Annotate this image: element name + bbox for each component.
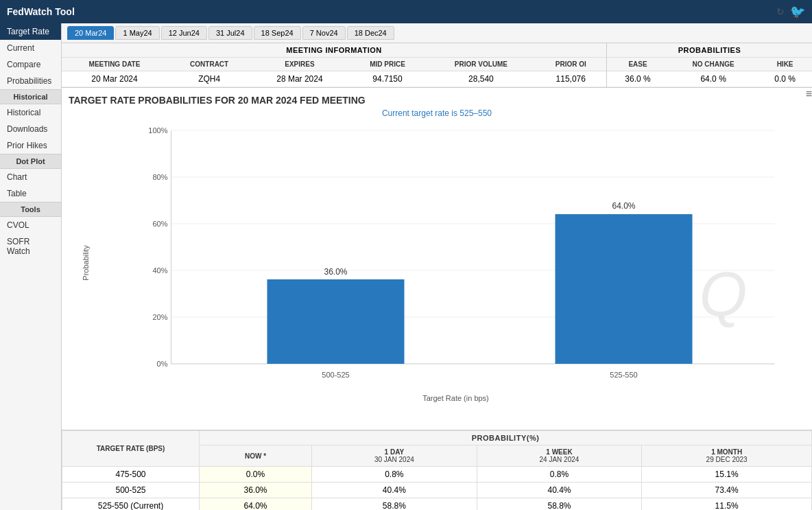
chart-subtitle: Current target rate is 525–550 <box>69 108 805 118</box>
now-500-525: 36.0% <box>200 483 312 498</box>
now-525-550: 64.0% <box>200 498 312 511</box>
col-now: NOW * <box>200 445 312 467</box>
sidebar-item-target-rate[interactable]: Target Rate <box>0 23 61 40</box>
table-row: 475-500 0.0% 0.8% 0.8% 15.1% <box>62 467 812 483</box>
now-475-500: 0.0% <box>200 467 312 483</box>
svg-text:80%: 80% <box>152 173 167 181</box>
sidebar-item-table[interactable]: Table <box>0 185 61 202</box>
app-header: FedWatch Tool ↻ 🐦 <box>0 0 812 23</box>
sidebar-item-current[interactable]: Current <box>0 40 61 56</box>
main-content: 20 Mar24 1 May24 12 Jun24 31 Jul24 18 Se… <box>62 23 812 510</box>
col-1day: 1 DAY30 JAN 2024 <box>312 445 477 467</box>
twitter-icon[interactable]: 🐦 <box>790 4 805 19</box>
svg-text:40%: 40% <box>152 266 167 275</box>
sidebar-item-prior-hikes[interactable]: Prior Hikes <box>0 137 61 154</box>
sidebar-tools-header: Tools <box>0 202 61 217</box>
meeting-info-row: 20 Mar 2024 ZQH4 28 Mar 2024 94.7150 28,… <box>62 71 606 87</box>
1week-500-525: 40.4% <box>477 483 642 498</box>
col-no-change: NO CHANGE <box>669 58 758 71</box>
svg-text:64.0%: 64.0% <box>612 201 635 211</box>
1day-525-550: 58.8% <box>312 498 477 511</box>
col-1week: 1 WEEK24 JAN 2024 <box>477 445 642 467</box>
reload-icon[interactable]: ↻ <box>776 6 785 17</box>
info-section: MEETING INFORMATION MEETING DATE CONTRAC… <box>62 43 812 88</box>
svg-text:500-525: 500-525 <box>322 371 349 379</box>
contract-cell: ZQH4 <box>167 71 251 87</box>
svg-text:525-550: 525-550 <box>610 371 637 379</box>
prior-volume-cell: 28,540 <box>427 71 535 87</box>
no-change-cell: 64.0 % <box>669 71 758 87</box>
col-prior-oi: PRIOR OI <box>535 58 606 71</box>
svg-text:100%: 100% <box>148 126 167 135</box>
probabilities-box: PROBABILITIES EASE NO CHANGE HIKE 36.0 %… <box>606 43 812 87</box>
sidebar-item-probabilities[interactable]: Probabilities <box>0 73 61 89</box>
prob-table-section: TARGET RATE (BPS) PROBABILITY(%) NOW * 1… <box>62 430 812 510</box>
svg-text:20%: 20% <box>152 313 167 321</box>
chart-menu-icon[interactable]: ≡ <box>806 88 812 100</box>
probabilities-title: PROBABILITIES <box>607 43 812 58</box>
1week-475-500: 0.8% <box>477 467 642 483</box>
1week-525-550: 58.8% <box>477 498 642 511</box>
1day-475-500: 0.8% <box>312 467 477 483</box>
sidebar-item-downloads[interactable]: Downloads <box>0 121 61 137</box>
sidebar: Target Rate Current Compare Probabilitie… <box>0 23 62 510</box>
sidebar-item-cvol[interactable]: CVOL <box>0 217 61 233</box>
prob-section-header: PROBABILITY(%) <box>200 431 812 445</box>
svg-text:0%: 0% <box>157 360 168 368</box>
meeting-info: MEETING INFORMATION MEETING DATE CONTRAC… <box>62 43 606 87</box>
tab-18dec24[interactable]: 18 Dec24 <box>347 26 394 40</box>
meeting-info-title: MEETING INFORMATION <box>62 43 606 58</box>
col-meeting-date: MEETING DATE <box>62 58 167 71</box>
svg-text:36.0%: 36.0% <box>324 267 347 277</box>
probability-table: TARGET RATE (BPS) PROBABILITY(%) NOW * 1… <box>62 430 812 510</box>
1month-475-500: 15.1% <box>642 467 812 483</box>
probability-chart: 0% 20% 40% 60% 80% 100% 36.0% 500-525 64… <box>106 124 805 391</box>
col-prior-volume: PRIOR VOLUME <box>427 58 535 71</box>
meeting-date-cell: 20 Mar 2024 <box>62 71 167 87</box>
rate-525-550: 525-550 (Current) <box>62 498 200 511</box>
tab-31jul24[interactable]: 31 Jul24 <box>208 26 252 40</box>
1month-525-550: 11.5% <box>642 498 812 511</box>
svg-text:Q: Q <box>700 260 748 329</box>
col-ease: EASE <box>607 58 669 71</box>
1day-500-525: 40.4% <box>312 483 477 498</box>
sidebar-dot-plot-header: Dot Plot <box>0 154 61 169</box>
col-contract: CONTRACT <box>167 58 251 71</box>
sidebar-item-historical[interactable]: Historical <box>0 104 61 121</box>
tab-bar: 20 Mar24 1 May24 12 Jun24 31 Jul24 18 Se… <box>62 23 812 43</box>
rate-500-525: 500-525 <box>62 483 200 498</box>
col-hike: HIKE <box>758 58 812 71</box>
col-1month: 1 MONTH29 DEC 2023 <box>642 445 812 467</box>
1month-500-525: 73.4% <box>642 483 812 498</box>
meeting-info-table: MEETING DATE CONTRACT EXPIRES MID PRICE … <box>62 58 606 87</box>
col-expires: EXPIRES <box>251 58 348 71</box>
tab-20mar24[interactable]: 20 Mar24 <box>67 26 114 40</box>
probabilities-table: EASE NO CHANGE HIKE 36.0 % 64.0 % 0.0 % <box>607 58 812 87</box>
sidebar-item-chart[interactable]: Chart <box>0 169 61 185</box>
tab-18sep24[interactable]: 18 Sep24 <box>254 26 301 40</box>
svg-text:60%: 60% <box>152 220 167 228</box>
y-axis-label: Probability <box>82 245 90 280</box>
x-axis-label: Target Rate (in bps) <box>106 394 805 402</box>
rate-475-500: 475-500 <box>62 467 200 483</box>
tab-7nov24[interactable]: 7 Nov24 <box>302 26 346 40</box>
tab-12jun24[interactable]: 12 Jun24 <box>161 26 207 40</box>
bar-525-550 <box>556 214 693 364</box>
col-mid-price: MID PRICE <box>348 58 427 71</box>
bar-500-525 <box>267 279 405 364</box>
sidebar-item-sofr-watch[interactable]: SOFR Watch <box>0 233 61 259</box>
expires-cell: 28 Mar 2024 <box>251 71 348 87</box>
prior-oi-cell: 115,076 <box>535 71 606 87</box>
hike-cell: 0.0 % <box>758 71 812 87</box>
ease-cell: 36.0 % <box>607 71 669 87</box>
app-title: FedWatch Tool <box>7 6 75 17</box>
table-row: 525-550 (Current) 64.0% 58.8% 58.8% 11.5… <box>62 498 812 511</box>
col-target-rate-bps: TARGET RATE (BPS) <box>62 431 200 467</box>
sidebar-item-compare[interactable]: Compare <box>0 56 61 73</box>
mid-price-cell: 94.7150 <box>348 71 427 87</box>
chart-title: TARGET RATE PROBABILITIES FOR 20 MAR 202… <box>69 95 366 106</box>
sidebar-historical-header: Historical <box>0 89 61 104</box>
chart-area: TARGET RATE PROBABILITIES FOR 20 MAR 202… <box>62 88 812 430</box>
tab-1may24[interactable]: 1 May24 <box>115 26 159 40</box>
probabilities-row: 36.0 % 64.0 % 0.0 % <box>607 71 812 87</box>
